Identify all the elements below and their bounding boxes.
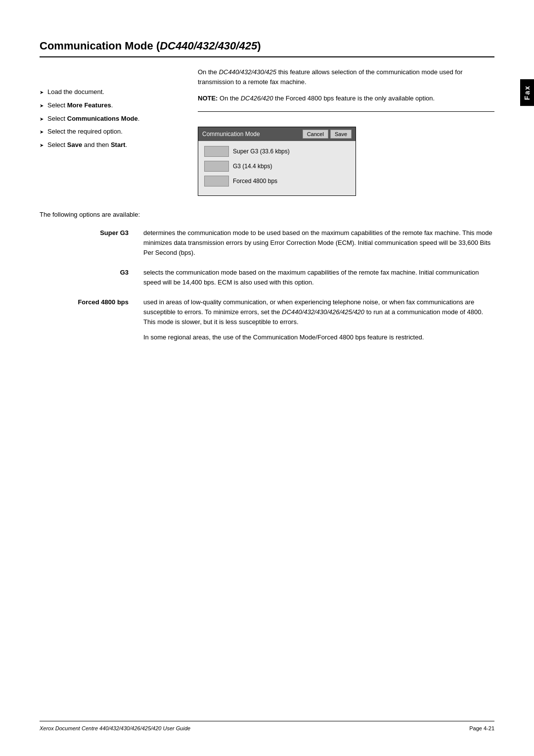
term-super-g3: Super G3 bbox=[40, 228, 129, 258]
content-section: The following options are available: Sup… bbox=[40, 211, 494, 342]
footer: Xerox Document Centre 440/432/430/426/42… bbox=[40, 721, 494, 731]
desc-super-g3: determines the communication mode to be … bbox=[143, 228, 494, 258]
desc-g3: selects the communication mode based on … bbox=[143, 268, 494, 287]
option-label-2: G3 (14.4 kbps) bbox=[233, 163, 272, 170]
intro-italic: DC440/432/430/425 bbox=[219, 68, 276, 76]
note-italic: DC426/420 bbox=[241, 94, 273, 102]
divider bbox=[198, 111, 494, 112]
def-row-super-g3: Super G3 determines the communication mo… bbox=[40, 228, 494, 258]
dialog-buttons[interactable]: Cancel Save bbox=[303, 130, 352, 139]
intro-text: On the DC440/432/430/425 this feature al… bbox=[198, 67, 494, 87]
title-text-before: Communication Mode ( bbox=[40, 40, 160, 52]
fax-tab: Fax bbox=[520, 79, 534, 106]
desc-forced-p2: In some regional areas, the use of the C… bbox=[143, 332, 494, 342]
footer-left: Xerox Document Centre 440/432/430/426/42… bbox=[40, 725, 190, 731]
footer-right: Page 4-21 bbox=[469, 725, 494, 731]
step-2-bold: More Features bbox=[67, 101, 111, 109]
desc-forced: used in areas of low-quality communicati… bbox=[143, 297, 494, 342]
left-column: Load the document. Select More Features.… bbox=[40, 67, 178, 196]
dialog-option-3: Forced 4800 bps bbox=[204, 176, 350, 187]
option-box-3 bbox=[204, 176, 229, 187]
steps-list: Load the document. Select More Features.… bbox=[40, 87, 178, 150]
desc-forced-italic: DC440/432/430/426/425/420 bbox=[282, 308, 364, 316]
two-column-layout: Load the document. Select More Features.… bbox=[40, 67, 494, 196]
dialog-option-1: Super G3 (33.6 kbps) bbox=[204, 146, 350, 157]
page-title: Communication Mode (DC440/432/430/425) bbox=[40, 40, 494, 57]
title-italic: DC440/432/430/425 bbox=[160, 40, 257, 52]
term-forced: Forced 4800 bps bbox=[40, 297, 129, 342]
step-2: Select More Features. bbox=[40, 100, 178, 111]
save-button[interactable]: Save bbox=[330, 130, 352, 139]
cancel-button[interactable]: Cancel bbox=[303, 130, 328, 139]
option-box-2 bbox=[204, 161, 229, 172]
following-text: The following options are available: bbox=[40, 211, 494, 218]
step-5-bold-start: Start bbox=[111, 141, 126, 148]
step-5: Select Save and then Start. bbox=[40, 140, 178, 150]
def-row-forced: Forced 4800 bps used in areas of low-qua… bbox=[40, 297, 494, 342]
dialog-box: Communication Mode Cancel Save Super G3 … bbox=[198, 127, 356, 196]
option-label-3: Forced 4800 bps bbox=[233, 178, 277, 185]
term-g3: G3 bbox=[40, 268, 129, 287]
def-row-g3: G3 selects the communication mode based … bbox=[40, 268, 494, 287]
dialog-option-2: G3 (14.4 kbps) bbox=[204, 161, 350, 172]
note-text: NOTE: On the DC426/420 the Forced 4800 b… bbox=[198, 94, 494, 103]
step-4: Select the required option. bbox=[40, 127, 178, 137]
page: Fax Communication Mode (DC440/432/430/42… bbox=[0, 0, 534, 756]
step-3: Select Communications Mode. bbox=[40, 114, 178, 124]
dialog-body: Super G3 (33.6 kbps) G3 (14.4 kbps) Forc… bbox=[198, 141, 356, 195]
title-text-after: ) bbox=[257, 40, 261, 52]
option-box-1 bbox=[204, 146, 229, 157]
step-5-bold-save: Save bbox=[67, 141, 82, 148]
desc-forced-p1: used in areas of low-quality communicati… bbox=[143, 297, 494, 327]
note-label: NOTE: bbox=[198, 94, 218, 102]
right-column: On the DC440/432/430/425 this feature al… bbox=[198, 67, 494, 196]
dialog-title: Communication Mode bbox=[202, 131, 260, 138]
step-1: Load the document. bbox=[40, 87, 178, 97]
option-label-1: Super G3 (33.6 kbps) bbox=[233, 148, 290, 155]
step-3-bold: Communications Mode bbox=[67, 115, 138, 122]
dialog-header: Communication Mode Cancel Save bbox=[198, 127, 356, 141]
